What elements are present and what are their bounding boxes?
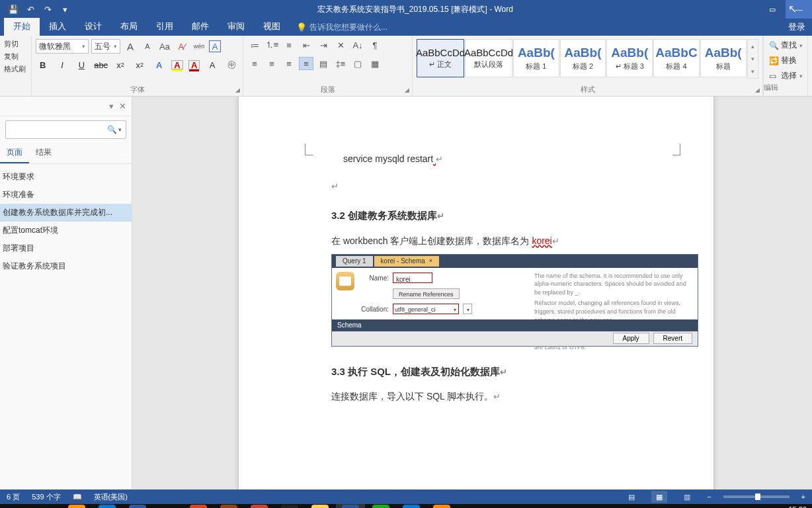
highlight-color-button[interactable]: A: [171, 60, 183, 69]
task-view-button[interactable]: ▢▢: [32, 504, 61, 508]
explorer-icon[interactable]: 📁: [305, 504, 335, 508]
firefox-icon[interactable]: 🦊: [62, 504, 91, 508]
tab-design[interactable]: 设计: [75, 18, 111, 36]
word-count[interactable]: 539 个字: [32, 492, 60, 502]
ribbon-options-icon[interactable]: ▭: [759, 0, 786, 19]
increase-indent-button[interactable]: ⇥: [316, 38, 331, 52]
nav-search-input[interactable]: 🔍▾: [5, 120, 126, 139]
tab-mailings[interactable]: 邮件: [183, 18, 218, 36]
nav-dropdown-icon[interactable]: ▾: [109, 101, 114, 111]
language-button[interactable]: 英语(美国): [94, 492, 128, 502]
spellcheck-icon[interactable]: 📖: [73, 493, 82, 501]
tab-layout[interactable]: 布局: [111, 18, 147, 36]
style-heading1[interactable]: AaBb(标题 1: [513, 39, 559, 77]
app-icon-3[interactable]: ▣: [214, 504, 243, 508]
web-layout-button[interactable]: ▥: [679, 491, 695, 503]
distribute-button[interactable]: ▤: [316, 57, 331, 70]
nav-item[interactable]: 配置tomcat环境: [0, 222, 132, 239]
change-case-button[interactable]: Aa: [157, 39, 172, 54]
style-heading2[interactable]: AaBb(标题 2: [560, 39, 606, 77]
zoom-slider[interactable]: [723, 495, 790, 498]
text-effects-button[interactable]: A: [152, 59, 166, 71]
doc-paragraph[interactable]: 在 workbench 客户端上创建数据库，数据库名为 korei↵: [331, 232, 674, 250]
nav-tab-results[interactable]: 结果: [29, 143, 58, 163]
align-right-button[interactable]: ≡: [282, 57, 296, 70]
style-title[interactable]: AaBb(标题: [700, 39, 747, 77]
char-border-button[interactable]: A: [209, 40, 221, 52]
line-spacing-button[interactable]: ‡≡: [333, 57, 348, 70]
shrink-font-button[interactable]: A: [140, 39, 155, 54]
powerpoint-icon[interactable]: P: [184, 504, 213, 508]
align-left-button[interactable]: ≡: [247, 57, 262, 70]
decrease-indent-button[interactable]: ⇤: [299, 38, 313, 52]
nav-item[interactable]: 部署项目: [0, 239, 132, 257]
strike-button[interactable]: abc: [94, 59, 108, 71]
start-button[interactable]: ⊞: [1, 504, 30, 508]
qat-dropdown-icon[interactable]: ▾: [58, 3, 71, 16]
save-icon[interactable]: 💾: [7, 3, 20, 16]
char-shading-button[interactable]: A: [205, 59, 219, 71]
clear-format-button[interactable]: A⁄: [175, 39, 189, 54]
doc-paragraph[interactable]: 连接数据库，导入以下 SQL 脚本执行。↵: [331, 388, 674, 405]
style-default-para[interactable]: AaBbCcDd默认段落: [465, 39, 512, 77]
terminal-icon[interactable]: ▭: [275, 504, 304, 508]
align-center-button[interactable]: ≡: [264, 57, 279, 70]
tab-home[interactable]: 开始: [4, 18, 40, 36]
font-dialog-launcher[interactable]: ◢: [235, 87, 240, 93]
copy-button[interactable]: 复制: [4, 50, 27, 63]
rss-icon[interactable]: 📶: [93, 504, 122, 508]
redo-icon[interactable]: ↷: [41, 3, 54, 16]
style-heading3[interactable]: AaBb(↵ 标题 3: [606, 39, 653, 77]
app-icon-4[interactable]: 火: [245, 504, 274, 508]
nav-item[interactable]: 验证教务系统项目: [0, 257, 132, 275]
asian-layout-button[interactable]: ✕: [333, 38, 348, 52]
italic-button[interactable]: I: [55, 59, 69, 71]
sort-button[interactable]: A↓: [350, 38, 365, 52]
app-icon-2[interactable]: ⚙: [153, 504, 183, 508]
find-button[interactable]: 🔍查找▾: [769, 38, 803, 53]
word-icon[interactable]: W: [336, 504, 365, 508]
nav-close-icon[interactable]: ✕: [119, 101, 126, 111]
styles-dialog-launcher[interactable]: ◢: [755, 87, 760, 93]
style-heading4[interactable]: AaBbC标题 4: [653, 39, 700, 77]
doc-line[interactable]: service mysqld restart ↵: [343, 150, 674, 168]
undo-icon[interactable]: ↶: [24, 3, 37, 16]
nav-item[interactable]: 环境准备: [0, 186, 132, 204]
page-count[interactable]: 6 页: [7, 492, 20, 502]
superscript-button[interactable]: x2: [133, 59, 147, 71]
app-icon-7[interactable]: ⊙: [427, 504, 456, 508]
document-body[interactable]: service mysqld restart ↵ ↵ 3.2 创建教务系统数据库…: [331, 150, 674, 405]
zoom-in-button[interactable]: +: [801, 493, 805, 501]
app-icon-6[interactable]: ◐: [397, 504, 426, 508]
doc-heading-3-2[interactable]: 3.2 创建教务系统数据库↵: [331, 206, 674, 226]
document-area[interactable]: service mysqld restart ↵ ↵ 3.2 创建教务系统数据库…: [132, 97, 812, 489]
font-name-combo[interactable]: 微软雅黑▾: [36, 39, 89, 54]
subscript-button[interactable]: x2: [113, 59, 127, 71]
grow-font-button[interactable]: A: [123, 39, 138, 54]
borders-button[interactable]: ▦: [368, 57, 382, 70]
show-marks-button[interactable]: ¶: [368, 38, 382, 52]
font-size-combo[interactable]: 五号▾: [91, 39, 120, 54]
tab-view[interactable]: 视图: [254, 18, 290, 36]
wechat-icon[interactable]: 💬: [366, 504, 395, 508]
app-icon-1[interactable]: ©: [123, 504, 152, 508]
taskbar-clock[interactable]: 15:29 2021/4/: [782, 505, 807, 508]
format-painter-button[interactable]: 格式刷: [4, 63, 27, 75]
nav-tab-pages[interactable]: 页面: [0, 143, 29, 163]
doc-empty-line[interactable]: ↵: [331, 177, 674, 195]
print-layout-button[interactable]: ▦: [651, 491, 667, 503]
login-link[interactable]: 登录: [788, 21, 805, 33]
phonetic-guide-button[interactable]: wén: [192, 39, 206, 54]
numbering-button[interactable]: ⒈≡: [264, 38, 279, 52]
align-justify-button[interactable]: ≡: [299, 57, 313, 70]
bullets-button[interactable]: ≔: [247, 38, 262, 52]
tab-insert[interactable]: 插入: [40, 18, 75, 36]
doc-heading-3-3[interactable]: 3.3 执行 SQL，创建表及初始化数据库↵: [331, 362, 674, 382]
paragraph-dialog-launcher[interactable]: ◢: [405, 87, 409, 93]
tab-references[interactable]: 引用: [147, 18, 183, 36]
minimize-button[interactable]: —: [786, 0, 812, 19]
underline-button[interactable]: U: [75, 59, 89, 71]
document-page[interactable]: service mysqld restart ↵ ↵ 3.2 创建教务系统数据库…: [238, 97, 714, 489]
tab-review[interactable]: 审阅: [218, 18, 254, 36]
tell-me-search[interactable]: 💡 告诉我您想要做什么...: [296, 22, 387, 36]
